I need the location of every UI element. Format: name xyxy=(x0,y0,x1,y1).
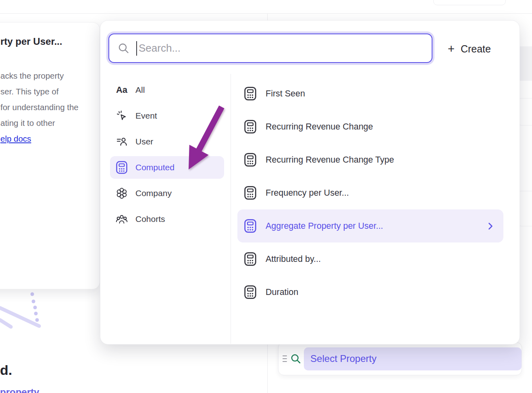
plus-icon: + xyxy=(448,43,455,55)
background-heading-fragment: d. xyxy=(0,362,12,378)
property-label: First Seen xyxy=(266,89,305,99)
property-tooltip-card: rty per User... acks the property ser. T… xyxy=(0,22,100,289)
property-duration[interactable]: Duration xyxy=(237,276,503,309)
property-label: Attributed by... xyxy=(266,254,321,264)
property-recurring-revenue-change[interactable]: Recurring Revenue Change xyxy=(237,110,503,143)
category-label: Event xyxy=(135,111,157,121)
calculator-icon xyxy=(244,219,257,233)
property-list: First Seen Recurring Revenue Change Recu… xyxy=(237,77,503,309)
category-label: Company xyxy=(135,188,172,198)
tooltip-description: acks the property ser. This type of for … xyxy=(0,68,79,146)
search-placeholder: Search... xyxy=(139,42,181,54)
category-label: All xyxy=(135,85,145,95)
category-label: User xyxy=(135,137,153,146)
text-cursor xyxy=(136,41,137,56)
annotation-arrow xyxy=(173,95,234,180)
property-selector-modal: Search... + Create Aa All Event xyxy=(100,20,520,345)
cursor-click-icon xyxy=(116,110,128,122)
property-label: Frequency per User... xyxy=(266,188,349,198)
text-format-icon: Aa xyxy=(116,84,128,96)
property-label: Recurring Revenue Change Type xyxy=(266,155,394,165)
create-button[interactable]: + Create xyxy=(448,41,491,57)
tooltip-line: ser. This type of xyxy=(0,84,79,99)
calculator-icon xyxy=(116,161,128,174)
property-recurring-revenue-change-type[interactable]: Recurring Revenue Change Type xyxy=(237,143,503,176)
background-card-edge xyxy=(433,0,506,5)
calculator-icon xyxy=(244,86,257,101)
search-input[interactable]: Search... xyxy=(108,33,432,63)
category-label: Computed xyxy=(135,163,175,172)
decorative-chart-illustration xyxy=(0,288,44,330)
select-property-label: Select Property xyxy=(310,353,376,364)
calculator-icon xyxy=(244,153,257,167)
select-property-control: Select Property xyxy=(278,342,522,375)
property-label: Aggregate Property per User... xyxy=(266,221,383,231)
cohorts-people-icon xyxy=(116,213,128,225)
property-attributed-by[interactable]: Attributed by... xyxy=(237,242,503,276)
background-link-fragment[interactable]: property xyxy=(0,387,39,393)
help-docs-link[interactable]: elp docs xyxy=(0,131,79,146)
calculator-icon xyxy=(244,252,257,266)
company-cluster-icon xyxy=(116,187,128,199)
tooltip-line: ating it to other xyxy=(0,115,79,131)
calculator-icon xyxy=(244,119,257,134)
tooltip-title: rty per User... xyxy=(0,36,62,47)
category-label: Cohorts xyxy=(135,214,165,224)
property-frequency-per-user[interactable]: Frequency per User... xyxy=(237,176,503,209)
user-list-icon xyxy=(116,136,128,148)
create-button-label: Create xyxy=(461,43,491,55)
top-divider-line xyxy=(0,13,532,14)
property-label: Duration xyxy=(266,287,298,297)
select-property-button[interactable]: Select Property xyxy=(304,347,522,370)
calculator-icon xyxy=(244,186,257,200)
search-icon xyxy=(118,43,129,54)
category-cohorts[interactable]: Cohorts xyxy=(110,208,224,230)
chevron-right-icon xyxy=(488,222,493,230)
calculator-icon xyxy=(244,285,257,299)
tooltip-line: for understanding the xyxy=(0,99,79,115)
background-section-band xyxy=(519,46,532,81)
property-aggregate-property-per-user[interactable]: Aggregate Property per User... xyxy=(237,209,503,242)
property-label: Recurring Revenue Change xyxy=(266,122,373,132)
property-first-seen[interactable]: First Seen xyxy=(237,77,503,110)
tooltip-line: acks the property xyxy=(0,68,79,84)
drag-handle-icon[interactable] xyxy=(283,355,287,362)
green-search-icon xyxy=(291,353,301,364)
category-company[interactable]: Company xyxy=(110,182,224,205)
